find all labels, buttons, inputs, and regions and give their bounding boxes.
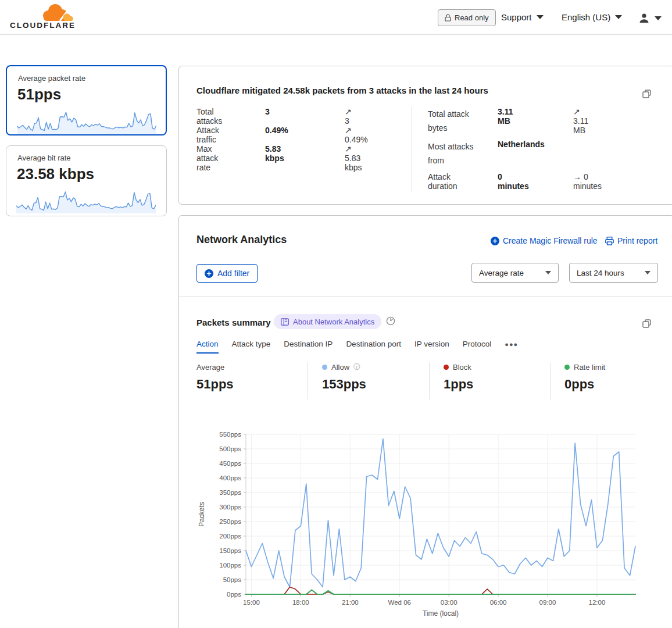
stat-delta: ↗ 0.49% [345, 126, 368, 144]
svg-text:500pps: 500pps [219, 445, 241, 452]
series-stats-row: Average 51pps Allow ⓘ 153pps Block 1pps … [196, 362, 662, 399]
stat-col-value: 153pps [322, 377, 429, 392]
svg-text:15:00: 15:00 [243, 599, 260, 606]
user-icon [638, 12, 650, 24]
arrow-right-icon: → [573, 172, 581, 181]
stat-label: Most attacks from [428, 140, 489, 167]
language-label: English (US) [562, 12, 610, 22]
tab-ip-version[interactable]: IP version [414, 340, 449, 354]
tab-attack-type[interactable]: Attack type [232, 340, 271, 354]
read-only-badge: Read only [438, 9, 496, 26]
packets-time-series-chart: 15:0018:0021:00Wed 0603:0006:0009:0012:0… [194, 430, 666, 624]
network-analytics-card: Network Analytics Create Magic Firewall … [178, 215, 672, 628]
lock-icon [445, 14, 451, 22]
mitigation-summary-card: Cloudflare mitigated 24.58k packets from… [178, 66, 672, 205]
copy-icon[interactable] [642, 319, 651, 328]
block-dot-icon [444, 365, 449, 370]
chevron-down-icon [615, 15, 622, 19]
stat-col-label: Rate limit [574, 363, 605, 372]
tab-destination-ip[interactable]: Destination IP [284, 340, 333, 354]
tab-action[interactable]: Action [196, 340, 219, 354]
stat-value: Netherlands [498, 140, 545, 149]
svg-text:200pps: 200pps [219, 533, 241, 540]
create-magic-firewall-rule-link[interactable]: Create Magic Firewall rule [491, 236, 598, 245]
stat-col-label: Allow [331, 363, 349, 372]
time-range-select[interactable]: Last 24 hours [569, 263, 658, 283]
cloudflare-cloud-icon [40, 3, 73, 23]
metric-select-value: Average rate [479, 269, 524, 277]
print-report-link[interactable]: Print report [605, 236, 657, 245]
stat-delta: ↗ 3.11 MB [573, 107, 588, 135]
account-menu[interactable] [638, 12, 662, 24]
series-block-line [246, 587, 635, 595]
info-icon[interactable]: ⓘ [353, 362, 360, 372]
packets-summary-title: Packets summary [196, 317, 271, 327]
stat-col-value: 51pps [196, 377, 308, 392]
logo-wordmark: CLOUDFLARE [10, 21, 76, 30]
chevron-down-icon [545, 271, 551, 274]
stat-value: 3 [265, 107, 270, 116]
chevron-down-icon [645, 271, 650, 274]
svg-text:03:00: 03:00 [441, 599, 457, 606]
stat-label: Attack duration [428, 172, 457, 191]
stat-value: 5.83 kbps [265, 144, 284, 163]
more-tabs-icon[interactable]: ●●● [505, 340, 518, 354]
print-report-label: Print report [617, 236, 657, 245]
history-icon[interactable] [386, 316, 395, 326]
metric-value: 23.58 kbps [17, 165, 94, 183]
create-rule-label: Create Magic Firewall rule [503, 236, 598, 245]
svg-text:150pps: 150pps [219, 547, 241, 554]
metric-select[interactable]: Average rate [471, 263, 559, 283]
vertical-divider [412, 107, 412, 192]
range-select-value: Last 24 hours [577, 269, 624, 277]
stat-col-value: 1pps [444, 377, 550, 392]
support-menu[interactable]: Support [501, 12, 544, 22]
svg-text:50pps: 50pps [223, 576, 242, 583]
stat-col-label: Block [453, 363, 471, 372]
packet-rate-sparkline [17, 108, 156, 135]
book-icon [281, 318, 289, 326]
rate-limit-dot-icon [564, 365, 570, 370]
language-menu[interactable]: English (US) [562, 12, 622, 22]
stat-label: Max attack rate [196, 144, 218, 172]
svg-text:06:00: 06:00 [490, 599, 507, 606]
stat-label: Attack traffic [196, 126, 219, 144]
stat-col-block: Block 1pps [429, 362, 550, 399]
trend-up-icon: ↗ [573, 107, 580, 116]
printer-icon [605, 237, 614, 245]
metric-label: Average packet rate [18, 74, 85, 83]
top-header: CLOUDFLARE Read only Support English (US… [0, 0, 672, 35]
tab-protocol[interactable]: Protocol [463, 340, 492, 354]
metric-card-packet-rate[interactable]: Average packet rate 51pps [6, 65, 167, 135]
section-divider [179, 296, 672, 297]
plus-circle-icon [205, 269, 213, 278]
chevron-down-icon [655, 16, 662, 20]
stat-delta: ↗ 5.83 kbps [345, 144, 362, 172]
svg-text:12:00: 12:00 [589, 599, 606, 606]
stat-col-average: Average 51pps [196, 362, 308, 399]
series-rate-limit-line [246, 590, 635, 595]
stat-label: Total attacks [196, 107, 222, 126]
trend-up-icon: ↗ [345, 107, 352, 116]
add-filter-button[interactable]: Add filter [196, 264, 258, 283]
read-only-label: Read only [455, 13, 489, 22]
svg-text:Time (local): Time (local) [423, 609, 459, 618]
stat-col-rate-limit: Rate limit 0pps [550, 362, 662, 399]
svg-text:100pps: 100pps [219, 562, 241, 569]
svg-text:250pps: 250pps [219, 518, 241, 525]
svg-text:Wed 06: Wed 06 [388, 599, 411, 606]
stat-value: 3.11 MB [498, 107, 513, 126]
series-allow-line [246, 439, 635, 587]
about-network-analytics-badge[interactable]: About Network Analytics [274, 314, 381, 329]
svg-text:0pps: 0pps [227, 591, 241, 598]
trend-up-icon: ↗ [345, 126, 352, 135]
allow-dot-icon [322, 365, 327, 370]
tab-destination-port[interactable]: Destination port [346, 340, 401, 354]
svg-text:18:00: 18:00 [292, 599, 309, 606]
copy-icon[interactable] [642, 90, 651, 98]
about-badge-label: About Network Analytics [293, 317, 374, 326]
metric-card-bit-rate[interactable]: Average bit rate 23.58 kbps [6, 145, 167, 216]
trend-up-icon: ↗ [345, 144, 352, 154]
svg-text:300pps: 300pps [219, 504, 241, 511]
svg-text:450pps: 450pps [219, 460, 241, 467]
